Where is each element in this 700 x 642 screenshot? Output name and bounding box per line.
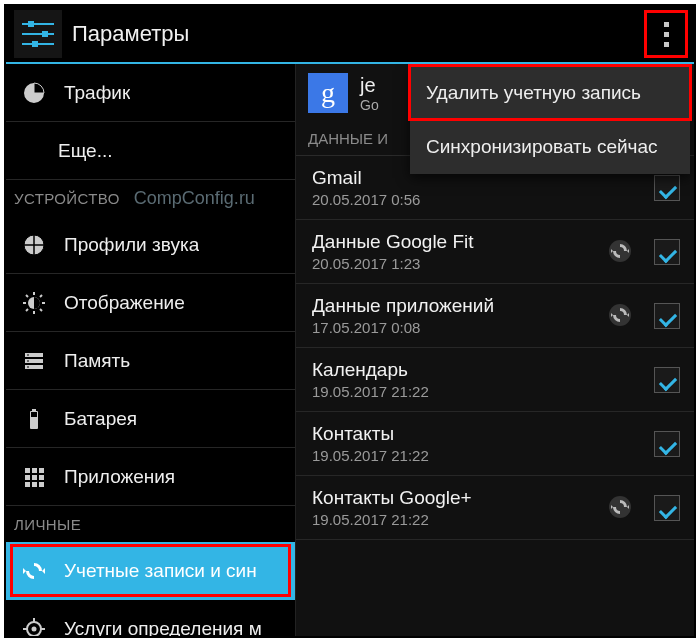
overflow-menu-button[interactable] <box>644 10 688 58</box>
svg-rect-3 <box>28 21 34 27</box>
page-title: Параметры <box>72 21 189 47</box>
sync-checkbox[interactable] <box>654 495 680 521</box>
account-name: je <box>360 74 379 97</box>
sidebar-item-label: Учетные записи и син <box>64 560 257 582</box>
svg-rect-27 <box>31 412 37 417</box>
menu-item[interactable]: Синхронизировать сейчас <box>410 120 690 174</box>
sidebar-section-header: ЛИЧНЫЕ <box>6 506 295 542</box>
settings-sidebar: ТрафикЕще...УСТРОЙСТВОCompConfig.ruПрофи… <box>6 64 296 636</box>
svg-rect-5 <box>32 41 38 47</box>
overflow-menu: Удалить учетную записьСинхронизировать с… <box>410 66 690 174</box>
sync-icon <box>22 559 46 583</box>
sync-item[interactable]: Контакты19.05.2017 21:22 <box>296 412 694 476</box>
sync-in-progress-icon <box>608 495 634 521</box>
svg-rect-4 <box>42 31 48 37</box>
sync-item-time: 20.05.2017 1:23 <box>312 255 608 272</box>
menu-item[interactable]: Удалить учетную запись <box>410 66 690 120</box>
sync-item[interactable]: Календарь19.05.2017 21:22 <box>296 348 694 412</box>
pie-icon <box>22 81 46 105</box>
sidebar-item[interactable]: Отображение <box>6 274 295 332</box>
svg-rect-24 <box>27 366 29 367</box>
sidebar-item-label: Память <box>64 350 130 372</box>
globe-target-icon <box>22 233 46 257</box>
svg-line-17 <box>26 309 28 311</box>
sidebar-section-header: УСТРОЙСТВОCompConfig.ru <box>6 180 295 216</box>
sync-item-time: 19.05.2017 21:22 <box>312 383 654 400</box>
sidebar-item-label: Еще... <box>58 140 113 162</box>
svg-rect-28 <box>25 468 30 473</box>
sidebar-item[interactable]: Еще... <box>6 122 295 180</box>
location-icon <box>22 617 46 637</box>
sidebar-item[interactable]: Услуги определения м <box>6 600 295 636</box>
storage-icon <box>22 349 46 373</box>
content-pane: g je Go ДАННЫЕ И Gmail20.05.2017 0:56Дан… <box>296 64 694 636</box>
sync-checkbox[interactable] <box>654 175 680 201</box>
svg-rect-30 <box>39 468 44 473</box>
svg-marker-37 <box>42 568 45 574</box>
sidebar-item[interactable]: Учетные записи и син <box>6 542 295 600</box>
battery-icon <box>22 407 46 431</box>
sidebar-item-label: Приложения <box>64 466 175 488</box>
apps-icon <box>22 465 46 489</box>
sidebar-item[interactable]: Трафик <box>6 64 295 122</box>
sidebar-item-label: Услуги определения м <box>64 618 262 637</box>
sync-item-title: Данные приложений <box>312 295 608 317</box>
svg-marker-38 <box>23 568 26 574</box>
svg-rect-36 <box>39 482 44 487</box>
sync-item-time: 19.05.2017 21:22 <box>312 511 608 528</box>
sync-item[interactable]: Данные приложений17.05.2017 0:08 <box>296 284 694 348</box>
sidebar-item-label: Отображение <box>64 292 185 314</box>
sync-checkbox[interactable] <box>654 431 680 457</box>
sync-item[interactable]: Контакты Google+19.05.2017 21:22 <box>296 476 694 540</box>
sync-checkbox[interactable] <box>654 303 680 329</box>
sidebar-item[interactable]: Приложения <box>6 448 295 506</box>
svg-rect-22 <box>27 354 29 355</box>
sidebar-item[interactable]: Память <box>6 332 295 390</box>
sidebar-item-label: Трафик <box>64 82 130 104</box>
svg-rect-23 <box>27 360 29 361</box>
svg-rect-32 <box>32 475 37 480</box>
sync-item-time: 17.05.2017 0:08 <box>312 319 608 336</box>
svg-point-40 <box>32 626 37 631</box>
sync-item-title: Контакты <box>312 423 654 445</box>
svg-rect-29 <box>32 468 37 473</box>
account-provider: Go <box>360 97 379 113</box>
svg-rect-34 <box>25 482 30 487</box>
svg-rect-26 <box>32 409 36 412</box>
svg-rect-35 <box>32 482 37 487</box>
sync-item-time: 19.05.2017 21:22 <box>312 447 654 464</box>
sidebar-item-label: Профили звука <box>64 234 199 256</box>
svg-line-18 <box>40 295 42 297</box>
sidebar-item-label: Батарея <box>64 408 137 430</box>
sync-checkbox[interactable] <box>654 367 680 393</box>
sync-checkbox[interactable] <box>654 239 680 265</box>
sync-item[interactable]: Данные Google Fit20.05.2017 1:23 <box>296 220 694 284</box>
sync-item-title: Контакты Google+ <box>312 487 608 509</box>
screen: Параметры ТрафикЕще...УСТРОЙСТВОCompConf… <box>4 4 696 638</box>
google-badge-icon: g <box>308 73 348 113</box>
sidebar-item[interactable]: Батарея <box>6 390 295 448</box>
watermark: CompConfig.ru <box>134 188 255 209</box>
svg-line-15 <box>26 295 28 297</box>
sidebar-item[interactable]: Профили звука <box>6 216 295 274</box>
svg-line-16 <box>40 309 42 311</box>
sync-item-time: 20.05.2017 0:56 <box>312 191 654 208</box>
settings-icon <box>14 10 62 58</box>
svg-rect-33 <box>39 475 44 480</box>
sync-item-title: Календарь <box>312 359 654 381</box>
svg-rect-31 <box>25 475 30 480</box>
sync-in-progress-icon <box>608 303 634 329</box>
sync-in-progress-icon <box>608 239 634 265</box>
action-bar: Параметры <box>6 6 694 64</box>
brightness-icon <box>22 291 46 315</box>
sync-item-title: Данные Google Fit <box>312 231 608 253</box>
